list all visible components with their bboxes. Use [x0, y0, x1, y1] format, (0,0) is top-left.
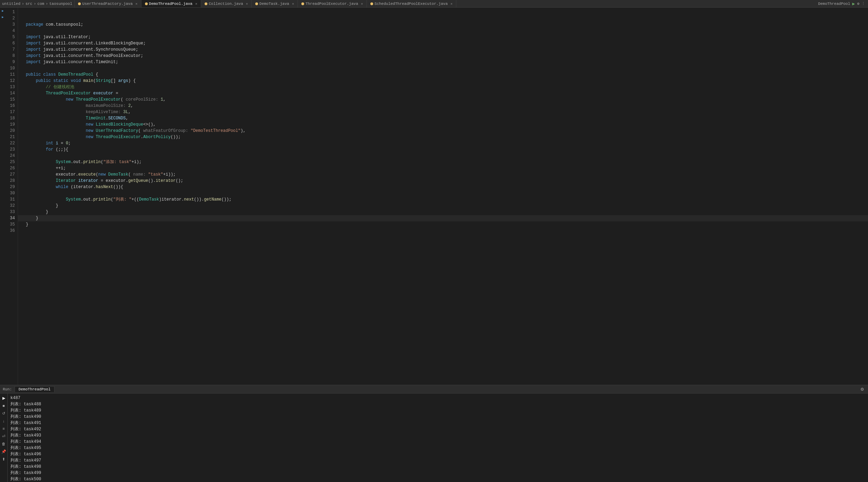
tab-bar: untitled › src › com › taosunpool UserTh…: [0, 0, 868, 8]
code-line-21: new ThreadPoolExecutor.AbortPolicy());: [18, 134, 868, 140]
tab-thread-pool-executor[interactable]: ThreadPoolExecutor.java ✕: [298, 0, 367, 7]
output-line: 列表: task488: [10, 401, 865, 407]
code-line-13: // 创建线程池: [18, 84, 868, 90]
run-panel: Run: DemoThreadPool ⚙ ▶ ■ ↺ ↓ ≡ ⏎ 🗑 📌 ⬆ …: [0, 385, 868, 482]
run-panel-tools: ⚙: [859, 387, 865, 392]
close-icon[interactable]: ✕: [136, 2, 138, 6]
output-line: 列表: task492: [10, 426, 865, 432]
output-line: 列表: task498: [10, 464, 865, 470]
gutter-fold-9[interactable]: ▶: [0, 8, 6, 14]
code-line-2: [18, 15, 868, 22]
tab-demo-task[interactable]: DemoTask.java ✕: [252, 0, 298, 7]
run-output: k487 列表: task488 列表: task489 列表: task490…: [8, 394, 868, 482]
file-icon: [301, 2, 304, 5]
code-line-20: new UserThreadFactory( whatFeaturOfGroup…: [18, 128, 868, 134]
output-line: 列表: task495: [10, 445, 865, 451]
code-line-26: ++i;: [18, 165, 868, 171]
code-content[interactable]: package com.taosunpool; import java.util…: [18, 8, 868, 385]
code-line-6: import java.util.concurrent.LinkedBlocki…: [18, 40, 868, 46]
run-button[interactable]: ▶: [852, 1, 855, 7]
close-icon[interactable]: ✕: [195, 2, 197, 6]
code-line-31: System.out.println("列表: "+((DemoTask)ite…: [18, 196, 868, 203]
code-line-27: executor.execute(new DemoTask( name: "ta…: [18, 171, 868, 178]
gutter-area: ▶ ▶: [0, 8, 6, 385]
code-line-29: while (iterator.hasNext()){: [18, 184, 868, 190]
tab-right-controls: DemoThreadPool ▶ ⚙ ⋮: [815, 0, 868, 7]
code-line-4: [18, 28, 868, 34]
output-line: 列表: task491: [10, 420, 865, 426]
debug-button[interactable]: ⚙: [857, 1, 859, 6]
code-line-22: int i = 0;: [18, 140, 868, 146]
close-icon[interactable]: ✕: [292, 2, 294, 6]
code-line-1: [18, 9, 868, 15]
tab-label: DemoTask.java: [259, 2, 289, 6]
file-icon: [78, 2, 81, 5]
code-line-18: TimeUnit.SECONDS,: [18, 115, 868, 121]
editor-area: ▶ ▶ 1 2 3 4 5 6 7 8 9 10 11 12 13 14 15 …: [0, 8, 868, 385]
output-line: k487: [10, 395, 865, 401]
more-button[interactable]: ⋮: [861, 1, 865, 6]
tab-label: ThreadPoolExecutor.java: [306, 2, 358, 6]
settings-button[interactable]: ⚙: [859, 387, 865, 392]
tab-label: DemoThreadPool.java: [149, 2, 192, 6]
run-sidebar: ▶ ■ ↺ ↓ ≡ ⏎ 🗑 📌 ⬆: [0, 394, 8, 482]
tab-demo-thread-pool[interactable]: DemoThreadPool.java ✕: [141, 0, 201, 7]
tab-user-thread-factory[interactable]: UserThreadFactory.java ✕: [75, 0, 141, 7]
tab-collection[interactable]: Collection.java ✕: [201, 0, 252, 7]
close-icon[interactable]: ✕: [361, 2, 363, 6]
code-line-8: import java.util.concurrent.ThreadPoolEx…: [18, 53, 868, 59]
code-line-32: }: [18, 203, 868, 209]
breadcrumb: untitled › src › com › taosunpool: [0, 0, 75, 7]
output-line: 列表: task496: [10, 451, 865, 457]
file-icon: [370, 2, 373, 5]
code-line-15: new ThreadPoolExecutor( corePoolSize: 1,: [18, 96, 868, 103]
run-tab-demo-thread-pool[interactable]: DemoThreadPool: [15, 386, 54, 392]
run-config-label: DemoThreadPool: [818, 2, 850, 6]
code-line-3: package com.taosunpool;: [18, 22, 868, 28]
code-line-5: import java.util.Iterator;: [18, 34, 868, 40]
wrap-button[interactable]: ⏎: [1, 433, 7, 439]
code-line-17: keepAliveTime: 3L,: [18, 109, 868, 115]
output-line: 列表: task493: [10, 432, 865, 439]
code-line-11: public class DemoThreadPool {: [18, 71, 868, 78]
code-line-16: maximumPoolSize: 2,: [18, 103, 868, 109]
play-button[interactable]: ▶: [1, 395, 7, 401]
close-icon[interactable]: ✕: [450, 2, 453, 6]
tab-label: UserThreadFactory.java: [82, 2, 132, 6]
output-line: 列表: task500: [10, 476, 865, 482]
code-line-35: }: [18, 221, 868, 228]
pin-button[interactable]: 📌: [1, 448, 7, 455]
expand-button[interactable]: ⬆: [1, 456, 7, 462]
tab-scheduled-thread-pool[interactable]: ScheduledThreadPoolExecutor.java ✕: [367, 0, 456, 7]
code-line-19: new LinkedBlockingDeque<>(),: [18, 121, 868, 128]
code-line-34: }: [18, 215, 868, 221]
output-line: 列表: task490: [10, 414, 865, 420]
code-line-14: ThreadPoolExecutor executor =: [18, 90, 868, 96]
file-icon: [255, 2, 258, 5]
run-panel-body: ▶ ■ ↺ ↓ ≡ ⏎ 🗑 📌 ⬆ k487 列表: task488 列表: t…: [0, 394, 868, 482]
code-line-9: import java.util.concurrent.TimeUnit;: [18, 59, 868, 65]
code-line-36: [18, 228, 868, 234]
code-line-28: Iterator iterator = executor.getQueue().…: [18, 178, 868, 184]
code-line-25: System.out.println("添加: task"+i);: [18, 159, 868, 165]
tabs-area: UserThreadFactory.java ✕ DemoThreadPool.…: [75, 0, 815, 7]
scroll-end-button[interactable]: ↓: [1, 418, 7, 424]
run-label: Run:: [3, 387, 12, 391]
tab-label: ScheduledThreadPoolExecutor.java: [375, 2, 448, 6]
code-line-24: [18, 153, 868, 159]
filter-button[interactable]: ≡: [1, 425, 7, 432]
code-line-33: }: [18, 209, 868, 215]
code-line-7: import java.util.concurrent.SynchronousQ…: [18, 46, 868, 53]
rerun-button[interactable]: ↺: [1, 410, 7, 416]
run-panel-header: Run: DemoThreadPool ⚙: [0, 385, 868, 394]
close-icon[interactable]: ✕: [246, 2, 248, 6]
output-line: 列表: task499: [10, 470, 865, 476]
file-icon: [205, 2, 207, 5]
tab-label: Collection.java: [209, 2, 243, 6]
gutter-fold-10[interactable]: ▶: [0, 14, 6, 20]
clear-button[interactable]: 🗑: [1, 441, 7, 447]
code-line-30: [18, 190, 868, 196]
file-icon: [145, 2, 148, 5]
code-line-12: public static void main(String[] args) {: [18, 78, 868, 84]
stop-button[interactable]: ■: [1, 403, 7, 409]
